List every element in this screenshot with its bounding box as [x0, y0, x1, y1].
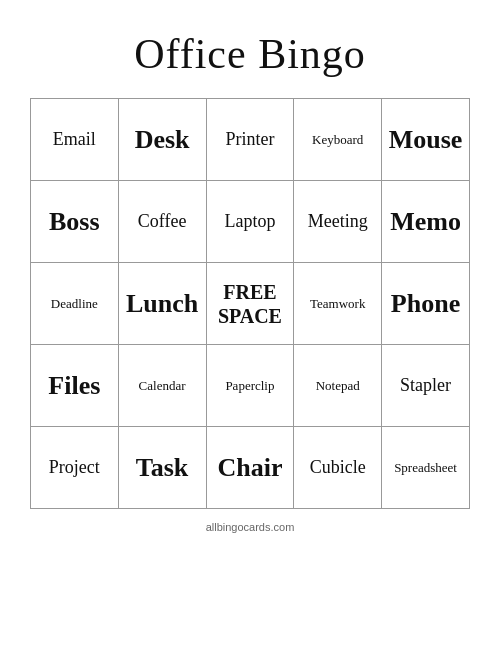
cell-r2-c0[interactable]: Deadline	[31, 263, 119, 345]
cell-r4-c1[interactable]: Task	[118, 427, 206, 509]
page-title: Office Bingo	[134, 30, 366, 78]
cell-r3-c4[interactable]: Stapler	[382, 345, 470, 427]
cell-r3-c3[interactable]: Notepad	[294, 345, 382, 427]
cell-r4-c0[interactable]: Project	[31, 427, 119, 509]
cell-r2-c3[interactable]: Teamwork	[294, 263, 382, 345]
cell-r4-c2[interactable]: Chair	[206, 427, 294, 509]
footer-text: allbingocards.com	[206, 521, 295, 533]
cell-r2-c2[interactable]: FREESPACE	[206, 263, 294, 345]
cell-r1-c2[interactable]: Laptop	[206, 181, 294, 263]
cell-r3-c0[interactable]: Files	[31, 345, 119, 427]
cell-r1-c4[interactable]: Memo	[382, 181, 470, 263]
cell-r0-c2[interactable]: Printer	[206, 99, 294, 181]
cell-r2-c4[interactable]: Phone	[382, 263, 470, 345]
cell-r1-c0[interactable]: Boss	[31, 181, 119, 263]
cell-r0-c3[interactable]: Keyboard	[294, 99, 382, 181]
cell-r4-c4[interactable]: Spreadsheet	[382, 427, 470, 509]
cell-r4-c3[interactable]: Cubicle	[294, 427, 382, 509]
cell-r0-c1[interactable]: Desk	[118, 99, 206, 181]
cell-r0-c4[interactable]: Mouse	[382, 99, 470, 181]
cell-r0-c0[interactable]: Email	[31, 99, 119, 181]
cell-r2-c1[interactable]: Lunch	[118, 263, 206, 345]
cell-r3-c1[interactable]: Calendar	[118, 345, 206, 427]
bingo-grid: EmailDeskPrinterKeyboardMouseBossCoffeeL…	[30, 98, 470, 509]
cell-r3-c2[interactable]: Paperclip	[206, 345, 294, 427]
cell-r1-c3[interactable]: Meeting	[294, 181, 382, 263]
cell-r1-c1[interactable]: Coffee	[118, 181, 206, 263]
